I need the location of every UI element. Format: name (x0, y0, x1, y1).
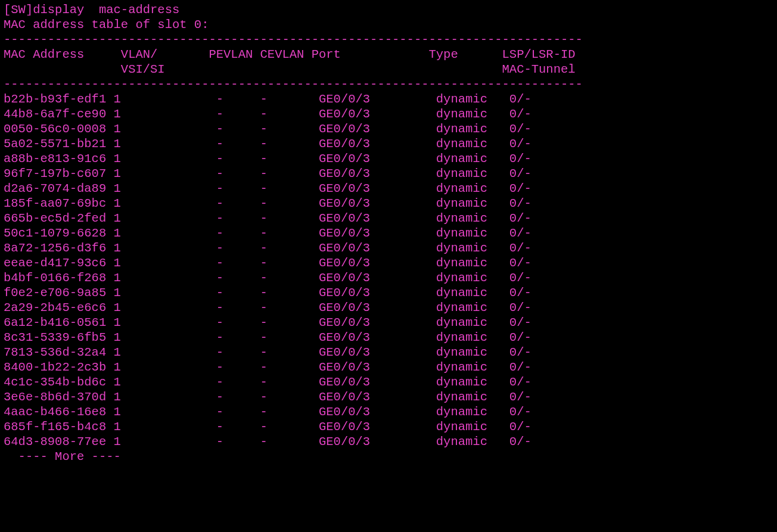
command-text: display mac-address (33, 3, 179, 17)
table-row: eeae-d417-93c6 1 - - GE0/0/3 dynamic 0/- (4, 256, 773, 270)
command-line: [SW]display mac-address (4, 2, 773, 17)
prompt-prefix: [SW] (4, 3, 33, 17)
table-row: 8a72-1256-d3f6 1 - - GE0/0/3 dynamic 0/- (4, 241, 773, 256)
separator-mid: ----------------------------------------… (4, 77, 773, 92)
subtitle-line: MAC address table of slot 0: (4, 17, 773, 32)
table-row: 4aac-b466-16e8 1 - - GE0/0/3 dynamic 0/- (4, 405, 773, 419)
separator-top: ----------------------------------------… (4, 32, 773, 47)
table-row: 3e6e-8b6d-370d 1 - - GE0/0/3 dynamic 0/- (4, 390, 773, 405)
terminal-output[interactable]: [SW]display mac-addressMAC address table… (0, 0, 777, 466)
table-row: 8c31-5339-6fb5 1 - - GE0/0/3 dynamic 0/- (4, 330, 773, 345)
table-row: 7813-536d-32a4 1 - - GE0/0/3 dynamic 0/- (4, 345, 773, 360)
table-row: 185f-aa07-69bc 1 - - GE0/0/3 dynamic 0/- (4, 196, 773, 211)
table-row: 44b8-6a7f-ce90 1 - - GE0/0/3 dynamic 0/- (4, 107, 773, 122)
table-row: 50c1-1079-6628 1 - - GE0/0/3 dynamic 0/- (4, 226, 773, 241)
table-row: 96f7-197b-c607 1 - - GE0/0/3 dynamic 0/- (4, 166, 773, 181)
table-row: 0050-56c0-0008 1 - - GE0/0/3 dynamic 0/- (4, 122, 773, 136)
table-row: 2a29-2b45-e6c6 1 - - GE0/0/3 dynamic 0/- (4, 300, 773, 315)
table-row: 64d3-8908-77ee 1 - - GE0/0/3 dynamic 0/- (4, 434, 773, 449)
table-row: f0e2-e706-9a85 1 - - GE0/0/3 dynamic 0/- (4, 285, 773, 300)
table-row: d2a6-7074-da89 1 - - GE0/0/3 dynamic 0/- (4, 181, 773, 196)
header-line-1: MAC Address VLAN/ PEVLAN CEVLAN Port Typ… (4, 47, 773, 62)
table-row: b4bf-0166-f268 1 - - GE0/0/3 dynamic 0/- (4, 270, 773, 285)
header-line-2: VSI/SI MAC-Tunnel (4, 62, 773, 77)
table-row: 665b-ec5d-2fed 1 - - GE0/0/3 dynamic 0/- (4, 211, 773, 226)
table-row: 6a12-b416-0561 1 - - GE0/0/3 dynamic 0/- (4, 315, 773, 330)
table-row: 4c1c-354b-bd6c 1 - - GE0/0/3 dynamic 0/- (4, 375, 773, 390)
more-prompt[interactable]: ---- More ---- (4, 449, 773, 464)
table-row: 5a02-5571-bb21 1 - - GE0/0/3 dynamic 0/- (4, 136, 773, 151)
table-row: 8400-1b22-2c3b 1 - - GE0/0/3 dynamic 0/- (4, 360, 773, 375)
table-row: a88b-e813-91c6 1 - - GE0/0/3 dynamic 0/- (4, 151, 773, 166)
table-row: 685f-f165-b4c8 1 - - GE0/0/3 dynamic 0/- (4, 419, 773, 434)
table-row: b22b-b93f-edf1 1 - - GE0/0/3 dynamic 0/- (4, 92, 773, 107)
